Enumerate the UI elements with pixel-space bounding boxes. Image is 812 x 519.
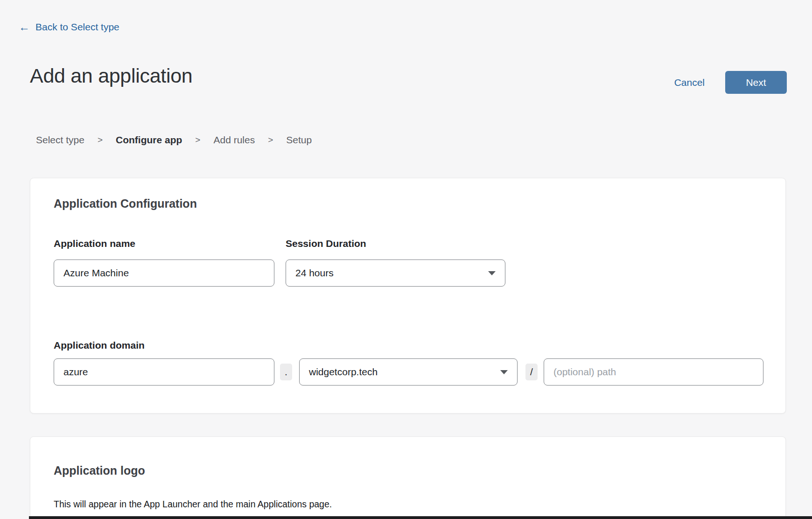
breadcrumb-separator: > [98,135,103,145]
add-application-page: ← Back to Select type Add an application… [0,0,812,519]
bottom-edge-strip [29,516,812,519]
chevron-down-icon [488,271,496,275]
application-logo-description: This will appear in the App Launcher and… [54,499,332,510]
back-arrow-icon: ← [19,21,30,33]
breadcrumb-step-configure-app[interactable]: Configure app [116,134,182,146]
application-logo-heading: Application logo [54,464,145,477]
page-title: Add an application [30,64,192,87]
cancel-button[interactable]: Cancel [674,77,705,88]
domain-select[interactable]: widgetcorp.tech [299,358,518,386]
subdomain-input[interactable] [54,358,274,386]
breadcrumb-step-add-rules[interactable]: Add rules [213,134,255,146]
application-name-label: Application name [54,238,135,249]
breadcrumb: Select type > Configure app > Add rules … [36,134,312,146]
application-domain-label: Application domain [54,340,145,351]
domain-slash-separator: / [525,364,538,380]
application-logo-card: Application logo This will appear in the… [30,436,786,519]
domain-value: widgetcorp.tech [309,366,378,378]
breadcrumb-step-setup[interactable]: Setup [286,134,312,146]
domain-dot-separator: . [280,364,292,380]
breadcrumb-separator: > [195,135,200,145]
application-configuration-card: Application Configuration Application na… [30,178,786,414]
back-to-select-type-link[interactable]: ← Back to Select type [19,21,119,33]
header-actions: Cancel Next [674,71,787,94]
session-duration-value: 24 hours [295,267,334,279]
next-button[interactable]: Next [725,71,787,94]
back-link-label: Back to Select type [35,21,119,33]
breadcrumb-step-select-type[interactable]: Select type [36,134,84,146]
breadcrumb-separator: > [268,135,273,145]
session-duration-label: Session Duration [286,238,366,249]
session-duration-select[interactable]: 24 hours [286,260,505,287]
path-input[interactable] [544,358,763,386]
application-name-input[interactable] [54,260,274,287]
application-configuration-heading: Application Configuration [54,197,197,210]
chevron-down-icon [500,370,508,374]
